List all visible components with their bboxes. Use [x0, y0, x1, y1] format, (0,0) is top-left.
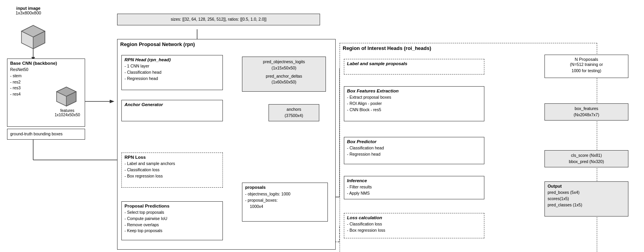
output-title: Output [548, 184, 625, 188]
bp-item2: - Regression head [347, 151, 481, 158]
inference-title: Inference [347, 178, 481, 183]
box-features-title: Box Features Extraction [347, 89, 481, 93]
n-proposals-label: N Proposals [548, 57, 625, 62]
box-features-output-box: box_features (Nx2048x7x7) [544, 103, 628, 121]
base-cnn-stem: - stem [10, 73, 82, 79]
rpn-loss-box: RPN Loss - Label and sample anchors - Cl… [121, 153, 223, 188]
lc-item2: - Box regression loss [347, 227, 481, 234]
anchors-label: anchors [272, 106, 316, 113]
base-cnn-title: Base CNN (backbone) [10, 61, 57, 66]
rpn-loss-title: RPN Loss [125, 155, 220, 160]
output-pred-boxes: pred_boxes (5x4) [548, 190, 625, 196]
n-proposals-details: (N=512 training or1000 for testing) [548, 62, 625, 74]
features-label: features 1x1024x50x50 [55, 108, 80, 117]
bfe-item3: - CNN Block - res5 [347, 107, 481, 113]
proposal-pred-item2: - Compute pairwise IoU [125, 216, 220, 222]
input-image-label: input image 1x3x800x800 [16, 6, 41, 15]
pred-obj-line2: (1x15x50x50) [245, 65, 323, 71]
output-box: Output pred_boxes (5x4) scores(1x5) pred… [544, 181, 628, 217]
feature-block-icon [55, 84, 82, 107]
cls-score-label: cls_score (Nx81) [548, 153, 625, 159]
loss-calc-title: Loss calculation [347, 215, 481, 220]
proposals-title: proposals [245, 185, 325, 190]
box-predictor-box: Box Predictor - Classification head - Re… [344, 137, 484, 164]
rpn-head-item3: - Regression head [125, 76, 220, 82]
ground-truth-box: ground-truth bounding boxes [7, 129, 85, 140]
proposals-item1: - objectness_logits: 1000 [245, 191, 325, 197]
rpn-loss-item1: - Label and sample anchors [125, 161, 220, 167]
proposal-predictions-title: Proposal Predictions [125, 204, 220, 208]
box-features-output-label: box_features [548, 106, 625, 112]
rpn-title: Region Proposal Network (rpn) [120, 41, 333, 47]
inf-item2: - Apply NMS [347, 190, 481, 197]
proposals-item2: - proposal_boxes: [245, 197, 325, 204]
pred-anchor-line1: pred_anchor_deltas [245, 73, 323, 80]
output-scores: scores(1x5) [548, 196, 625, 202]
input-image-cube [18, 23, 49, 51]
rpn-head-title: RPN Head (rpn_head) [125, 57, 220, 62]
sizes-ratios-box: sizes: [[32, 64, 128, 256, 512]], ratios… [117, 14, 320, 25]
lc-item1: - Classification loss [347, 221, 481, 227]
anchor-generator-title: Anchor Generator [125, 102, 220, 107]
diagram: input image 1x3x800x800 Base CNN (backbo… [0, 0, 644, 252]
pred-obj-line1: pred_objectness_logits [245, 59, 323, 65]
loss-calc-box: Loss calculation - Classification loss -… [344, 213, 484, 238]
rpn-loss-item3: - Box regression loss [125, 173, 220, 179]
proposals-box: proposals - objectness_logits: 1000 - pr… [242, 183, 328, 222]
rpn-head-item2: - Classification head [125, 69, 220, 76]
anchors-box: anchors (37500x4) [269, 104, 319, 121]
anchors-dims: (37500x4) [272, 113, 316, 119]
proposals-item3: 1000x4 [250, 204, 325, 210]
pred-anchor-line2: (1x60x50x50) [245, 79, 323, 85]
anchor-generator-box: Anchor Generator [121, 100, 223, 121]
rpn-head-box: RPN Head (rpn_head) - 1 CNN layer - Clas… [121, 55, 223, 90]
bfe-item1: - Extract proposal boxes [347, 94, 481, 101]
label-sample-title: Label and sample proposals [347, 61, 481, 66]
box-predictor-title: Box Predictor [347, 139, 481, 144]
base-cnn-resnet: ResNet50 [10, 67, 82, 73]
cls-score-box: cls_score (Nx81) bbox_pred (Nx320) [544, 150, 628, 167]
box-features-output-dims: (Nx2048x7x7) [548, 112, 625, 118]
box-features-extraction-box: Box Features Extraction - Extract propos… [344, 86, 484, 121]
proposal-pred-item1: - Select top proposals [125, 209, 220, 216]
proposal-pred-item3: - Remove overlaps [125, 222, 220, 228]
bfe-item2: - ROI Align - pooler [347, 101, 481, 107]
roi-heads-title: Region of Interest Heads (roi_heads) [343, 45, 594, 51]
label-sample-box: Label and sample proposals [344, 59, 484, 75]
rpn-loss-item2: - Classification loss [125, 167, 220, 173]
n-proposals-box: N Proposals (N=512 training or1000 for t… [544, 55, 628, 78]
pred-output-box: pred_objectness_logits (1x15x50x50) pred… [242, 57, 326, 92]
proposal-predictions-box: Proposal Predictions - Select top propos… [121, 201, 223, 240]
rpn-head-item1: - 1 CNN layer [125, 63, 220, 69]
output-pred-classes: pred_classes (1x5) [548, 202, 625, 208]
bp-item1: - Classification head [347, 145, 481, 151]
inf-item1: - Filter results [347, 184, 481, 190]
inference-box: Inference - Filter results - Apply NMS [344, 176, 484, 199]
proposal-pred-item4: - Keep top proposals [125, 228, 220, 234]
bbox-pred-label: bbox_pred (Nx320) [548, 159, 625, 165]
